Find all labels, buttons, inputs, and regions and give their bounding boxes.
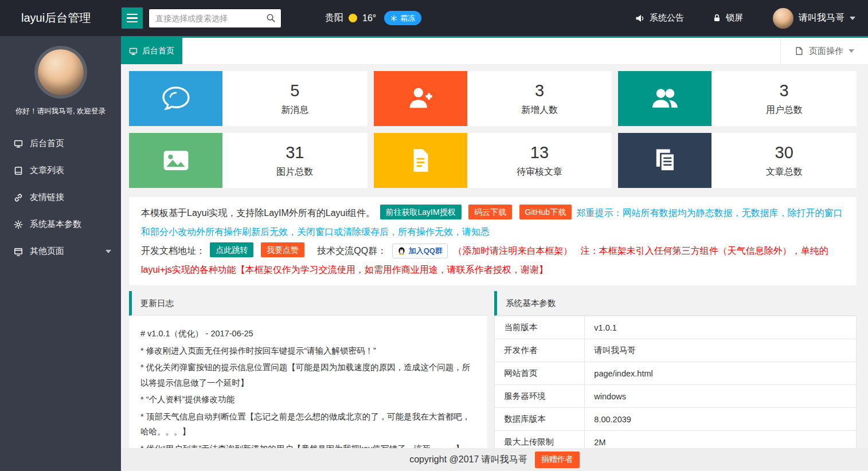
main-area: 后台首页 页面操作 5 新消息 (121, 36, 868, 471)
layim-auth-button[interactable]: 前往获取LayIM授权 (380, 205, 462, 219)
param-label: 当前版本 (495, 316, 585, 339)
weather-condition-label: 霜冻 (400, 13, 415, 23)
bottom-panels: 更新日志 # v1.0.1（优化） - 2017-06-25 * 修改刚进入页面… (129, 291, 857, 448)
sidebar: 你好！请叫我马哥, 欢迎登录 后台首页 文章列表 友情链接 (0, 36, 121, 471)
stat-label: 用户总数 (766, 104, 803, 116)
chat-icon (129, 71, 222, 126)
main-content: 5 新消息 3 新增人数 (121, 65, 868, 448)
changelog-line: * 优化“用户列表”无法查询到新添加的用户【竟然是因为我把key值写错了，该死。… (140, 441, 476, 449)
user-menu[interactable]: 请叫我马哥 (773, 8, 855, 29)
sidebar-item-home[interactable]: 后台首页 (0, 130, 121, 157)
table-row: 最大上传限制 2M (495, 431, 857, 449)
book-icon (13, 166, 24, 175)
sidebar-item-label: 文章列表 (30, 165, 64, 176)
stat-card-new-messages: 5 新消息 (129, 71, 367, 126)
changelog-body: # v1.0.1（优化） - 2017-06-25 * 修改刚进入页面无任何操作… (129, 316, 487, 448)
sidebar-item-links[interactable]: 友情链接 (0, 184, 121, 211)
user-add-icon (374, 71, 467, 126)
welcome-text: 你好！请叫我马哥, 欢迎登录 (0, 107, 121, 116)
table-row: 数据库版本 8.00.2039 (495, 408, 857, 431)
notice-panel: 本模板基于Layui实现，支持除LayIM外所有的Layui组件。 前往获取La… (129, 197, 857, 285)
stats-grid: 5 新消息 3 新增人数 (129, 71, 857, 188)
github-download-button[interactable]: GitHub下载 (519, 205, 572, 219)
stat-card-new-users: 3 新增人数 (374, 71, 612, 126)
stat-value: 3 (535, 81, 544, 100)
system-announcement-button[interactable]: 系统公告 (635, 13, 684, 23)
param-label: 服务器环境 (495, 385, 585, 408)
search-box (148, 9, 281, 28)
stat-card-total-images: 31 图片总数 (129, 133, 367, 188)
like-button[interactable]: 我要点赞 (261, 242, 304, 257)
stat-label: 待审核文章 (517, 166, 562, 178)
top-header: layui后台管理 贵阳 16° 霜冻 (0, 0, 868, 36)
users-icon (618, 71, 711, 126)
changelog-line: * 优化关闭弹窗按钮的提示信息位置问题【可能是因为加载速度的原因，造成这个问题，… (140, 360, 476, 390)
param-label: 网站首页 (495, 362, 585, 385)
weather-widget: 贵阳 16° 霜冻 (325, 11, 421, 25)
param-value: 请叫我马哥 (585, 339, 857, 362)
qq-note-text: （添加时请注明来自本框架） (453, 246, 572, 256)
page-actions-label: 页面操作 (809, 46, 843, 57)
weather-city: 贵阳 (325, 12, 343, 24)
system-params-table: 当前版本 v1.0.1 开发作者 请叫我马哥 网站首页 page/index.h… (494, 316, 857, 448)
table-row: 网站首页 page/index.html (495, 362, 857, 385)
search-input[interactable] (154, 13, 266, 23)
stat-card-total-users: 3 用户总数 (618, 71, 857, 126)
sidebar-item-articles[interactable]: 文章列表 (0, 157, 121, 184)
footer: copyright @2017 请叫我马哥 捐赠作者 (121, 448, 868, 471)
page-actions-dropdown[interactable]: 页面操作 (780, 38, 868, 64)
image-icon (129, 133, 222, 188)
system-params-title: 系统基本参数 (494, 291, 857, 316)
user-avatar[interactable] (773, 8, 793, 29)
speaker-icon (635, 13, 645, 23)
chevron-down-icon (850, 17, 855, 20)
changelog-line: * 顶部天气信息自动判断位置【忘记之前是怎么想的做成北京的了，可能是我在大首都吧… (140, 409, 476, 439)
changelog-line: * “个人资料”提供修改功能 (140, 392, 476, 407)
link-icon (13, 193, 24, 202)
param-value: v1.0.1 (585, 316, 857, 339)
chevron-down-icon (849, 49, 854, 53)
docs-jump-button[interactable]: 点此跳转 (210, 242, 253, 257)
join-qq-group-label: 加入QQ群 (409, 241, 443, 260)
tab-label: 后台首页 (142, 46, 174, 56)
sidebar-item-label: 友情链接 (30, 192, 64, 203)
table-row: 开发作者 请叫我马哥 (495, 339, 857, 362)
stat-card-pending-articles: 13 待审核文章 (374, 133, 612, 188)
documents-icon (618, 133, 711, 188)
notice-intro-text: 本模板基于Layui实现，支持除LayIM外所有的Layui组件。 (141, 208, 375, 218)
sun-icon (349, 14, 357, 22)
layui-admin-app: layui后台管理 贵阳 16° 霜冻 (0, 0, 868, 471)
tab-home[interactable]: 后台首页 (121, 38, 182, 64)
stat-value: 3 (780, 81, 789, 100)
lock-screen-button[interactable]: 锁屏 (713, 13, 743, 23)
param-label: 开发作者 (495, 339, 585, 362)
param-value: windows (585, 385, 857, 408)
stat-label: 文章总数 (766, 166, 803, 178)
sidebar-toggle-button[interactable] (122, 7, 143, 29)
app-logo: layui后台管理 (0, 10, 121, 26)
table-row: 服务器环境 windows (495, 385, 857, 408)
changelog-line: * 修改刚进入页面无任何操作时按回车键提示“请输入解锁密码！” (140, 343, 476, 359)
profile-avatar[interactable] (38, 49, 84, 95)
monitor-icon (13, 139, 24, 148)
param-label: 数据库版本 (495, 408, 585, 431)
sidebar-item-other-pages[interactable]: 其他页面 (0, 238, 121, 265)
stat-value: 5 (290, 81, 299, 100)
donate-button[interactable]: 捐赠作者 (535, 452, 580, 468)
pages-icon (13, 247, 24, 256)
sidebar-item-label: 系统基本参数 (30, 219, 81, 230)
search-icon[interactable] (266, 13, 276, 23)
stat-card-total-articles: 30 文章总数 (618, 133, 857, 188)
sidebar-item-system-params[interactable]: 系统基本参数 (0, 211, 121, 238)
join-qq-group-button[interactable]: 加入QQ群 (392, 244, 448, 258)
settings-icon (13, 220, 24, 229)
page-actions-icon (795, 46, 804, 56)
lock-screen-label: 锁屏 (726, 13, 743, 23)
document-icon (374, 133, 467, 188)
stat-label: 新消息 (281, 104, 308, 116)
system-announcement-label: 系统公告 (650, 13, 684, 23)
penguin-icon (397, 246, 406, 255)
gitee-download-button[interactable]: 码云下载 (468, 205, 512, 219)
changelog-panel: 更新日志 # v1.0.1（优化） - 2017-06-25 * 修改刚进入页面… (129, 291, 487, 448)
lock-icon (713, 14, 721, 22)
